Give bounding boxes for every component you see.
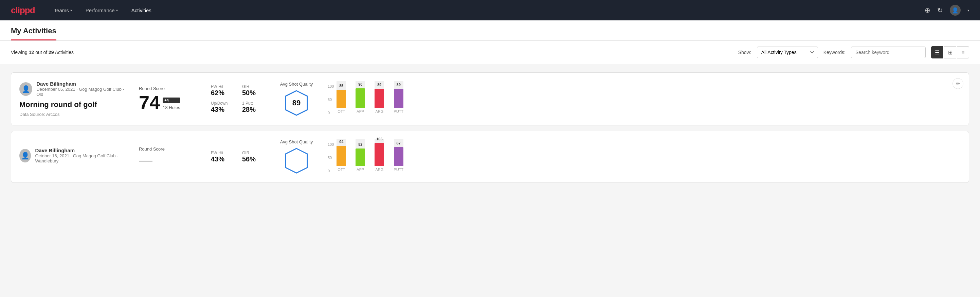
user-avatar-2: 👤 [19, 149, 31, 163]
y-label-50: 50 [328, 97, 334, 102]
chart-col-app-2: 82 APP [356, 139, 365, 172]
chart-col-ott-2: 94 OTT [337, 139, 346, 172]
logo: clippd [11, 5, 35, 16]
viewing-count: 12 [29, 50, 34, 55]
viewing-out-of: out of [35, 50, 47, 55]
user-date-1: December 05, 2021 · Gog Magog Golf Club … [37, 87, 128, 97]
card-left-1: 👤 Dave Billingham December 05, 2021 · Go… [19, 81, 128, 117]
round-score-2: Round Score — [139, 147, 200, 167]
y-label-100: 100 [328, 84, 334, 88]
bar-wrapper-putt-2: 87 [394, 139, 403, 166]
chart-col-app: 90 APP [356, 81, 365, 113]
view-grid-button[interactable]: ⊞ [944, 46, 956, 59]
y2-label-0: 0 [328, 169, 334, 173]
bar-value-ott: 85 [339, 84, 343, 88]
view-toggle: ☰ ⊞ ≡ [931, 46, 969, 59]
bar-wrapper-app-2: 82 [356, 139, 365, 166]
avg-shot-quality-1: Avg Shot Quality 89 [276, 81, 317, 117]
bar-fill-arg-2: 106 [375, 143, 384, 166]
user-chevron[interactable]: ▾ [967, 8, 969, 12]
stat2-fw-hit: FW Hit 43% [211, 150, 234, 163]
bar-chart-2: 100 50 0 94 OTT [328, 141, 961, 173]
user-info-1: Dave Billingham December 05, 2021 · Gog … [37, 81, 128, 97]
score-number-1: 74 [139, 93, 160, 112]
hexagon-svg-2 [283, 147, 310, 174]
chart-y-labels-1: 100 50 0 [328, 84, 335, 115]
bar-wrapper-arg: 89 [375, 81, 384, 108]
activity-title-1: Morning round of golf [19, 100, 128, 109]
stat2-fw-hit-value: 43% [211, 155, 234, 163]
bar-value-putt-2: 87 [397, 141, 401, 145]
bar-fill-arg: 89 [375, 89, 384, 108]
nav-teams-label: Teams [54, 8, 69, 13]
bar-wrapper-arg-2: 106 [375, 139, 384, 166]
nav-performance-label: Performance [86, 8, 115, 13]
edit-button-1[interactable]: ✏ [953, 78, 963, 89]
add-icon[interactable]: ⊕ [925, 6, 931, 14]
search-input[interactable] [851, 46, 926, 58]
stat2-gir-label: GIR [242, 150, 265, 155]
bar-wrapper-putt: 89 [394, 81, 403, 108]
user-avatar[interactable]: 👤 [950, 5, 961, 16]
score-meta-1: +4 18 Holes [163, 97, 180, 112]
stat2-gir-value: 56% [242, 155, 265, 163]
chart-col-arg: 89 ARG [375, 81, 384, 113]
hex-score-1: 89 [293, 99, 301, 107]
bar-fill-putt-2: 87 [394, 147, 403, 166]
view-list-button[interactable]: ≡ [957, 46, 969, 59]
chart-col-putt: 89 PUTT [394, 81, 403, 113]
nav-teams[interactable]: Teams ▾ [52, 8, 73, 13]
bar-label-putt: PUTT [394, 109, 403, 113]
keywords-label: Keywords: [824, 50, 846, 55]
round-score-1: Round Score 74 +4 18 Holes [139, 86, 200, 112]
stat-gir: GIR 50% [242, 84, 265, 97]
bar-fill-ott: 85 [337, 90, 346, 108]
bar-value-ott-2: 94 [339, 140, 343, 144]
chart-y-labels-2: 100 50 0 [328, 142, 335, 173]
bar-value-arg: 89 [377, 83, 381, 87]
show-label: Show: [738, 50, 751, 55]
activity-type-dropdown[interactable]: All Activity Types [757, 46, 818, 58]
stat-updown-value: 43% [211, 106, 234, 113]
score-row-2: — [139, 153, 200, 167]
viewing-text: Viewing 12 out of 29 Activities [11, 50, 74, 55]
score-number-2: — [139, 153, 153, 167]
refresh-icon[interactable]: ↻ [937, 6, 943, 14]
stat-fw-hit-value: 62% [211, 89, 234, 97]
user-row-1: 👤 Dave Billingham December 05, 2021 · Go… [19, 81, 128, 97]
bar-wrapper-app: 90 [356, 81, 365, 108]
bar-label-ott-2: OTT [337, 168, 345, 172]
user-name-2: Dave Billingham [35, 147, 128, 153]
nav-activities[interactable]: Activities [130, 8, 153, 13]
stat2-fw-hit-label: FW Hit [211, 150, 234, 155]
bar-label-putt-2: PUTT [394, 168, 403, 172]
chart-col-ott: 85 OTT [337, 81, 346, 113]
nav-right: ⊕ ↻ 👤 ▾ [925, 5, 969, 16]
stat-fw-hit: FW Hit 62% [211, 84, 234, 97]
chart-col-arg-2: 106 ARG [375, 139, 384, 172]
stat-updown-label: Up/Down [211, 101, 234, 106]
score-badge-1: +4 [163, 97, 180, 103]
user-date-2: October 16, 2021 · Gog Magog Golf Club -… [35, 153, 128, 163]
bar-label-app-2: APP [356, 168, 364, 172]
y-label-0: 0 [328, 111, 334, 115]
svg-marker-1 [286, 148, 307, 173]
view-list-dense-button[interactable]: ☰ [931, 46, 943, 59]
round-score-label-1: Round Score [139, 86, 200, 91]
filter-bar: Viewing 12 out of 29 Activities Show: Al… [0, 41, 980, 64]
user-name-1: Dave Billingham [37, 81, 128, 87]
bar-value-app-2: 82 [358, 142, 362, 147]
stat-1putt-value: 28% [242, 106, 265, 113]
navbar: clippd Teams ▾ Performance ▾ Activities … [0, 0, 980, 21]
viewing-total: 29 [49, 50, 54, 55]
bar-value-arg-2: 106 [376, 137, 382, 141]
user-row-2: 👤 Dave Billingham October 16, 2021 · Gog… [19, 147, 128, 163]
stat-gir-value: 50% [242, 89, 265, 97]
user-info-2: Dave Billingham October 16, 2021 · Gog M… [35, 147, 128, 163]
y2-label-100: 100 [328, 142, 334, 147]
round-score-label-2: Round Score [139, 147, 200, 152]
bar-value-app: 90 [358, 82, 362, 86]
nav-performance[interactable]: Performance ▾ [84, 8, 119, 13]
hexagon-1: 89 [283, 89, 310, 117]
bar-wrapper-ott-2: 94 [337, 139, 346, 166]
